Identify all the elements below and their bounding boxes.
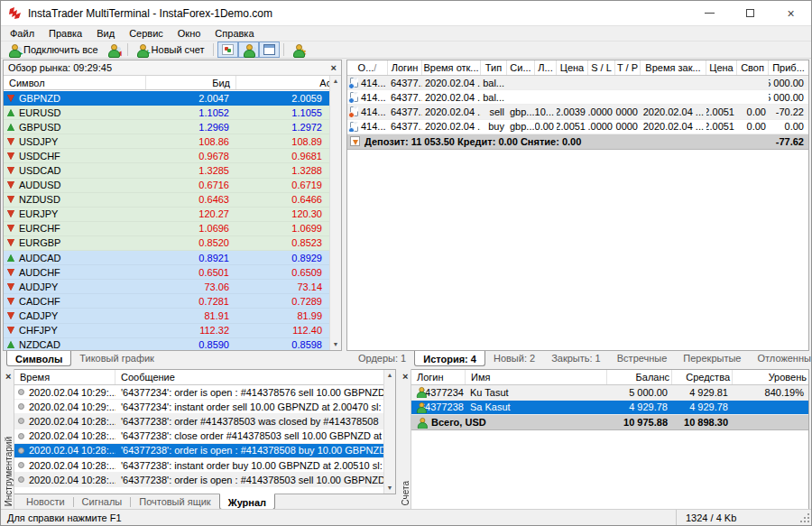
options-button[interactable]: ✱	[288, 42, 309, 58]
accounts-column-header-4[interactable]: Уровень	[733, 370, 808, 384]
orders-column-header-12[interactable]: Приб...	[769, 60, 808, 75]
toolbox-toggle-button[interactable]	[259, 42, 280, 58]
order-row[interactable]: 414...64377...2020.02.04 ...sellgbp...10…	[347, 105, 808, 119]
orders-column-header-1[interactable]: Логин	[388, 60, 422, 75]
menu-item-5[interactable]: Справка	[208, 27, 261, 40]
market-watch-row[interactable]: AUDCHF0.65010.6509	[4, 265, 329, 280]
order-row[interactable]: 414...64377...2020.02.04 ...bal...5 000.…	[347, 76, 808, 90]
market-watch-row[interactable]: EURJPY120.27120.30	[4, 208, 329, 222]
orders-column-header-11[interactable]: Своп	[737, 60, 769, 75]
menu-item-2[interactable]: Вид	[89, 27, 122, 40]
column-header-time[interactable]: Время	[14, 370, 115, 384]
journal-row[interactable]: 2020.02.04 10:29:...'64377234': order is…	[14, 385, 383, 400]
journal-row[interactable]: 2020.02.04 10:28:...'64377238': instant …	[14, 458, 383, 473]
tab-orders-2[interactable]: Новый: 2	[485, 351, 543, 366]
tab-market-watch-1[interactable]: Тиковый график	[71, 351, 162, 366]
maximize-button[interactable]	[730, 1, 770, 25]
market-watch-toggle-button[interactable]	[217, 42, 238, 58]
disconnect-all-button[interactable]: ◂	[103, 42, 124, 58]
market-watch-row[interactable]: NZDUSD0.64630.6466	[4, 193, 329, 208]
orders-column-header-10[interactable]: Цена	[706, 60, 737, 75]
menu-item-1[interactable]: Правка	[42, 27, 89, 40]
market-watch-row[interactable]: CHFJPY112.32112.40	[4, 324, 329, 338]
minimize-button[interactable]	[689, 1, 730, 25]
order-cell-profit: 5 000.00	[769, 78, 808, 88]
toolbox-close-icon[interactable]: ×	[5, 372, 11, 382]
symbol-cell: NZDCAD	[4, 339, 146, 350]
market-watch-row[interactable]: CADJPY81.9181.99	[4, 309, 329, 323]
tab-orders-3[interactable]: Закрыть: 1	[543, 351, 609, 366]
order-cell-close_time: 2020.02.04 ...	[641, 121, 706, 132]
orders-column-header-6[interactable]: Цена	[557, 60, 588, 75]
market-watch-row[interactable]: USDJPY108.86108.89	[4, 134, 329, 149]
market-watch-close-icon[interactable]: ×	[331, 63, 337, 73]
column-header-bid[interactable]: Бид	[146, 76, 236, 89]
tab-market-watch-0[interactable]: Символы	[6, 350, 71, 366]
accounts-column-header-2[interactable]: Баланс	[607, 370, 672, 384]
order-cell-close_time: 2020.02.04 ...	[641, 106, 706, 117]
orders-column-header-8[interactable]: T / P	[615, 60, 641, 75]
menu-item-0[interactable]: Файл	[3, 27, 42, 40]
market-watch-row[interactable]: EURCHF1.06961.0699	[4, 222, 329, 236]
accounts-column-header-0[interactable]: Логин	[411, 370, 466, 384]
journal-row[interactable]: 2020.02.04 10:28:...'64377238': close or…	[14, 429, 383, 444]
column-header-symbol[interactable]: Символ	[4, 76, 146, 89]
connect-all-button[interactable]: ▸ Подключить все	[4, 42, 103, 58]
tab-orders-5[interactable]: Перекрытые	[675, 351, 749, 366]
market-watch-row[interactable]: GBPUSD1.29691.2972	[4, 120, 329, 134]
journal-message: '64377234': instant order sell 10.00 GBP…	[115, 401, 383, 412]
account-row[interactable]: 64377234Ku Tasut5 000.004 929.81840.19%	[411, 385, 808, 401]
market-watch-row[interactable]: USDCAD1.32851.3288	[4, 163, 329, 178]
tab-orders-4[interactable]: Встречные	[609, 351, 676, 366]
journal-row[interactable]: 2020.02.04 10:28:...'64377238': order #4…	[14, 414, 383, 429]
orders-column-header-2[interactable]: Время отк...	[422, 60, 481, 75]
journal-row[interactable]: 2020.02.04 10:29:...'64377234': instant …	[14, 400, 383, 414]
order-row[interactable]: 414...64377...2020.02.04 ...buygbp...0.0…	[347, 120, 808, 134]
tab-toolbox-0[interactable]: Новости	[18, 494, 73, 510]
resize-grip-icon[interactable]	[798, 512, 811, 524]
accounts-close-icon[interactable]: ×	[402, 372, 408, 382]
market-watch-row[interactable]: AUDCAD0.89210.8929	[4, 251, 329, 265]
orders-column-header-9[interactable]: Время зак...	[641, 60, 706, 75]
close-button[interactable]: ×	[770, 1, 811, 25]
tab-orders-1[interactable]: История: 4	[414, 350, 485, 366]
orders-column-header-7[interactable]: S / L	[588, 60, 615, 75]
orders-column-header-4[interactable]: Си...	[507, 60, 535, 75]
tab-toolbox-1[interactable]: Сигналы	[74, 494, 131, 510]
tab-toolbox-3[interactable]: Журнал	[219, 494, 275, 510]
scroll-up-icon[interactable]: ▲	[330, 76, 341, 87]
market-watch-scrollbar[interactable]: ▲ ▼	[329, 76, 341, 350]
scroll-down-icon[interactable]: ▼	[330, 339, 341, 350]
order-row[interactable]: 414...64377...2020.02.04 ...bal...5 000.…	[347, 90, 808, 105]
menu-item-3[interactable]: Сервис	[122, 27, 171, 40]
journal-row[interactable]: 2020.02.04 10:28:...'64377238': order is…	[14, 473, 383, 487]
tab-toolbox-2[interactable]: Почтовый ящик	[131, 494, 218, 510]
orders-column-header-0[interactable]: О... /	[347, 60, 388, 75]
market-watch-row[interactable]: CADCHF0.72810.7289	[4, 294, 329, 309]
market-watch-row[interactable]: AUDJPY73.0673.14	[4, 280, 329, 294]
market-watch-row[interactable]: NZDCAD0.85900.8598	[4, 338, 329, 351]
orders-column-header-3[interactable]: Тип	[481, 60, 507, 75]
account-row[interactable]: 64377238Sa Kasut4 929.784 929.78	[411, 401, 808, 416]
new-account-button[interactable]: + Новый счет	[132, 42, 209, 58]
status-traffic-text: 1324 / 4 Kb	[686, 512, 736, 523]
tab-orders-6[interactable]: Отложенный: 1	[750, 351, 812, 366]
market-watch-row[interactable]: EURGBP0.85200.8523	[4, 236, 329, 251]
order-cell-open_time: 2020.02.04 ...	[422, 78, 481, 88]
scroll-down-icon[interactable]: ▼	[384, 483, 395, 494]
scroll-up-icon[interactable]: ▲	[384, 370, 395, 381]
journal-scrollbar[interactable]: ▲ ▼	[383, 370, 395, 494]
market-watch-row[interactable]: USDCHF0.96780.9681	[4, 149, 329, 163]
market-watch-row[interactable]: GBPNZD2.00472.0059	[4, 91, 329, 106]
tab-orders-0[interactable]: Ордеры: 1	[350, 351, 414, 366]
menu-item-4[interactable]: Окно	[171, 27, 208, 40]
accounts-column-header-3[interactable]: Средства	[672, 370, 733, 384]
accounts-toggle-button[interactable]	[238, 42, 259, 58]
accounts-column-header-1[interactable]: Имя	[466, 370, 607, 384]
market-watch-row[interactable]: EURUSD1.10521.1055	[4, 106, 329, 120]
journal-row[interactable]: 2020.02.04 10:28:...'64377238': order is…	[14, 444, 383, 458]
orders-column-header-5[interactable]: Л...	[535, 60, 557, 75]
column-header-message[interactable]: Сообщение	[115, 370, 383, 384]
column-header-ask[interactable]: Аск	[236, 76, 341, 89]
market-watch-row[interactable]: AUDUSD0.67160.6719	[4, 179, 329, 193]
